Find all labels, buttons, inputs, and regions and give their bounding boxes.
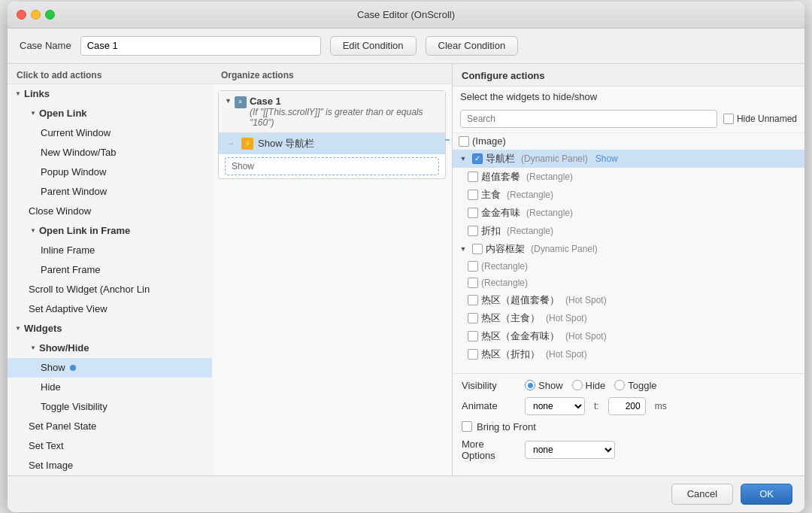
nav-panel-checkbox[interactable]: ✓ xyxy=(472,153,483,164)
sidebar-item-set-panel-state[interactable]: Set Panel State xyxy=(8,417,212,436)
widget-item-chao-zhi[interactable]: 超值套餐 (Rectangle) xyxy=(453,168,804,186)
show-radio-circle[interactable] xyxy=(525,380,535,390)
sidebar-item-open-link-frame[interactable]: ▼ Open Link in Frame xyxy=(8,221,212,241)
set-panel-state-label: Set Panel State xyxy=(29,420,96,432)
maximize-traffic-light[interactable] xyxy=(45,10,55,20)
visibility-show-radio[interactable]: Show xyxy=(525,380,563,391)
zhe-kou-type: (Rectangle) xyxy=(507,226,553,236)
current-window-label: Current Window xyxy=(41,127,111,138)
clear-condition-button[interactable]: Clear Condition xyxy=(426,36,519,56)
minimize-traffic-light[interactable] xyxy=(31,10,41,20)
edit-condition-button[interactable]: Edit Condition xyxy=(330,36,417,56)
close-traffic-light[interactable] xyxy=(17,10,26,20)
more-options-select[interactable]: none xyxy=(525,441,615,459)
connector-right xyxy=(445,139,453,141)
sidebar-item-set-text[interactable]: Set Text xyxy=(8,436,212,456)
inline-frame-label: Inline Frame xyxy=(41,244,95,256)
more-options-row: More Options none xyxy=(462,439,795,461)
widget-item-re-qu-chao[interactable]: 热区（超值套餐） (Hot Spot) xyxy=(453,291,804,309)
left-panel-wrapper: Click to add actions ▼ Links ▼ Open Link xyxy=(8,64,212,475)
visibility-row: Visibility Show Hide Toggle xyxy=(462,380,795,391)
sidebar-item-parent-frame[interactable]: Parent Frame xyxy=(8,260,212,280)
show-inner-row[interactable]: Show xyxy=(229,159,435,173)
widget-item-re-qu-zhe[interactable]: 热区（折扣） (Hot Spot) xyxy=(453,345,804,363)
action-row-show[interactable]: → ⚡ Show 导航栏 xyxy=(219,133,445,154)
sidebar-item-toggle-visibility[interactable]: Toggle Visibility xyxy=(8,397,212,417)
re-qu-zhu-checkbox[interactable] xyxy=(468,313,478,323)
visibility-radio-group: Show Hide Toggle xyxy=(525,380,657,391)
widget-item-rect2[interactable]: (Rectangle) xyxy=(453,275,804,291)
left-panel-header: Click to add actions xyxy=(8,64,212,84)
cancel-button[interactable]: Cancel xyxy=(671,484,733,505)
sidebar-item-new-window[interactable]: New Window/Tab xyxy=(8,143,212,162)
image-checkbox[interactable] xyxy=(459,136,469,147)
bring-to-front-checkbox[interactable] xyxy=(462,421,472,432)
sidebar-item-inline-frame[interactable]: Inline Frame xyxy=(8,241,212,260)
bring-to-front-label: Bring to Front xyxy=(477,421,536,433)
sidebar-item-widgets[interactable]: ▼ Widgets xyxy=(8,319,212,338)
jin-jin-checkbox[interactable] xyxy=(468,208,478,218)
visibility-toggle-radio[interactable]: Toggle xyxy=(614,380,656,391)
sidebar-item-open-link[interactable]: ▼ Open Link xyxy=(8,104,212,123)
sidebar-item-set-adaptive-view[interactable]: Set Adaptive View xyxy=(8,299,212,319)
widget-item-image[interactable]: (Image) xyxy=(453,133,804,150)
case-icon: ≡ xyxy=(235,96,247,108)
animate-time-input[interactable] xyxy=(608,397,646,415)
re-qu-jin-checkbox[interactable] xyxy=(468,331,478,341)
re-qu-chao-checkbox[interactable] xyxy=(468,295,478,305)
sidebar-item-current-window[interactable]: Current Window xyxy=(8,123,212,143)
ok-button[interactable]: OK xyxy=(741,484,792,505)
scroll-to-widget-label: Scroll to Widget (Anchor Lin xyxy=(29,284,150,295)
t-label: t: xyxy=(594,401,599,411)
footer: Cancel OK xyxy=(8,475,804,512)
animate-select[interactable]: none xyxy=(525,397,585,415)
sidebar-item-links[interactable]: ▼ Links xyxy=(8,84,212,104)
widget-item-re-qu-zhu[interactable]: 热区（主食） (Hot Spot) xyxy=(453,309,804,327)
sidebar-item-close-window[interactable]: Close Window xyxy=(8,202,212,221)
sidebar-item-set-image[interactable]: Set Image xyxy=(8,456,212,475)
widget-item-rect1[interactable]: (Rectangle) xyxy=(453,258,804,275)
hide-unnamed-checkbox[interactable] xyxy=(723,114,734,124)
sidebar-item-popup-window[interactable]: Popup Window xyxy=(8,162,212,182)
widget-item-nei-rong[interactable]: ▼ 内容框架 (Dynamic Panel) xyxy=(453,240,804,258)
nei-rong-expand[interactable]: ▼ xyxy=(459,244,468,253)
nav-panel-expand[interactable]: ▼ xyxy=(459,154,468,163)
hide-radio-circle[interactable] xyxy=(572,380,583,390)
image-name: (Image) xyxy=(472,135,506,147)
re-qu-zhe-checkbox[interactable] xyxy=(468,349,478,360)
sidebar-item-hide[interactable]: Hide xyxy=(8,378,212,397)
case-expand-arrow[interactable]: ▼ xyxy=(225,97,232,105)
zhe-kou-checkbox[interactable] xyxy=(468,226,478,236)
case-title: Case 1 xyxy=(250,96,439,107)
sidebar-item-show[interactable]: Show xyxy=(8,358,212,378)
nav-panel-type: (Dynamic Panel) xyxy=(521,153,588,164)
chao-zhi-checkbox[interactable] xyxy=(468,172,478,182)
sidebar-item-parent-window[interactable]: Parent Window xyxy=(8,182,212,202)
re-qu-jin-type: (Hot Spot) xyxy=(565,331,607,341)
visibility-hide-radio[interactable]: Hide xyxy=(572,380,606,391)
rect1-checkbox[interactable] xyxy=(468,261,478,272)
search-row: Hide Unnamed xyxy=(453,105,804,133)
widget-item-zhe-kou[interactable]: 折扣 (Rectangle) xyxy=(453,222,804,240)
toggle-radio-circle[interactable] xyxy=(614,380,625,390)
widget-item-nav-panel[interactable]: ▼ ✓ 导航栏 (Dynamic Panel) Show xyxy=(453,150,804,168)
show-dot-indicator xyxy=(70,365,76,371)
widget-search-input[interactable] xyxy=(460,110,717,128)
case-condition: (If "[[This.scrollY]]" is greater than o… xyxy=(250,107,439,128)
rect2-checkbox[interactable] xyxy=(468,278,478,288)
zhu-shi-checkbox[interactable] xyxy=(468,190,478,200)
nav-panel-name: 导航栏 xyxy=(486,152,515,165)
widgets-label: Widgets xyxy=(24,323,62,334)
sidebar-item-show-hide[interactable]: ▼ Show/Hide xyxy=(8,338,212,358)
widget-item-jin-jin[interactable]: 金金有味 (Rectangle) xyxy=(453,204,804,222)
sidebar-item-scroll-to-widget[interactable]: Scroll to Widget (Anchor Lin xyxy=(8,280,212,299)
case-block: ▼ ≡ Case 1 (If "[[This.scrollY]]" is gre… xyxy=(218,90,446,179)
case-name-input[interactable] xyxy=(80,36,321,56)
jin-jin-name: 金金有味 xyxy=(481,206,520,220)
widget-item-re-qu-jin[interactable]: 热区（金金有味） (Hot Spot) xyxy=(453,327,804,345)
hide-radio-label: Hide xyxy=(586,380,606,391)
toolbar: Case Name Edit Condition Clear Condition xyxy=(8,29,804,64)
nei-rong-checkbox[interactable] xyxy=(472,244,483,254)
widget-item-zhu-shi[interactable]: 主食 (Rectangle) xyxy=(453,186,804,204)
controls-section: Visibility Show Hide Toggle xyxy=(453,374,804,467)
